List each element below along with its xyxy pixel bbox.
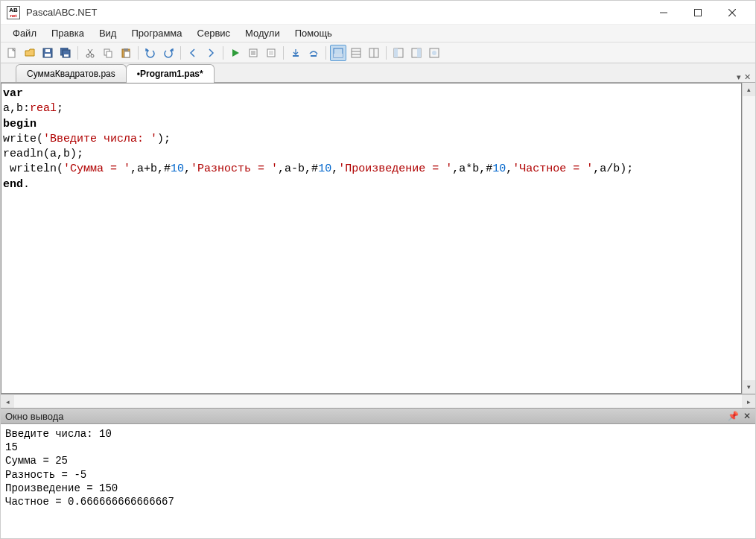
svg-rect-1 [695,9,702,16]
redo-icon[interactable] [160,45,177,61]
output-panel-title: Окно вывода [5,411,64,422]
scroll-right-icon[interactable]: ▸ [742,395,755,408]
output-panel[interactable]: Введите числа: 10 15 Сумма = 25 Разность… [1,424,755,539]
tab-close-icon[interactable]: ✕ [744,72,751,82]
tab-label: СуммаКвадратов.pas [27,69,115,79]
tab-summa-kvadratov[interactable]: СуммаКвадратов.pas [16,64,127,82]
separator [77,46,78,60]
menu-edit[interactable]: Правка [44,25,92,41]
menu-view[interactable]: Вид [92,25,124,41]
output-line: Произведение = 150 [5,482,118,494]
svg-point-40 [432,51,436,55]
svg-rect-18 [124,48,128,51]
window-title: PascalABC.NET [26,7,97,18]
tab-bar: СуммаКвадратов.pas •Program1.pas* ▾ ✕ [1,63,755,83]
run-icon[interactable] [227,45,244,61]
tab-label: •Program1.pas* [137,69,203,79]
menu-service[interactable]: Сервис [190,25,238,41]
build-icon[interactable] [263,45,279,61]
vertical-scrollbar[interactable]: ▴ ▾ [742,83,755,394]
menu-modules[interactable]: Модули [238,25,288,41]
code-editor[interactable]: var a,b:real; begin write('Введите числа… [1,83,742,394]
svg-rect-38 [417,48,421,57]
separator [223,46,223,60]
menu-program[interactable]: Программа [124,25,189,41]
step-into-icon[interactable] [288,45,304,61]
app-icon: ABnet [7,6,20,19]
svg-rect-27 [311,55,317,57]
output-line: Разность = -5 [5,469,86,481]
output-line: Сумма = 25 [5,455,68,467]
compile-icon[interactable] [245,45,261,61]
menu-file[interactable]: Файл [5,25,44,41]
scroll-left-icon[interactable]: ◂ [1,395,14,408]
output-panel-header: Окно вывода 📌 ✕ [1,408,755,424]
svg-rect-26 [293,55,299,57]
copy-icon[interactable] [100,45,116,61]
svg-rect-25 [269,51,273,55]
scroll-down-icon[interactable]: ▾ [743,380,755,394]
editor-area: var a,b:real; begin write('Введите числа… [1,83,755,394]
separator [180,46,181,60]
output-line: 15 [5,441,18,453]
separator [325,46,326,60]
minimize-button[interactable] [647,1,681,24]
menu-bar: Файл Правка Вид Программа Сервис Модули … [1,25,755,42]
title-bar: ABnet PascalABC.NET [1,1,755,25]
scroll-up-icon[interactable]: ▴ [743,83,755,96]
scroll-track[interactable] [743,96,755,380]
toolbar [1,42,755,63]
save-all-icon[interactable] [57,45,74,61]
svg-rect-16 [107,51,112,57]
step-over-icon[interactable] [305,45,322,61]
tab-dropdown-icon[interactable]: ▾ [737,72,741,82]
svg-rect-19 [124,51,130,57]
horizontal-scrollbar[interactable]: ◂ ▸ [1,394,755,408]
save-icon[interactable] [39,45,56,61]
svg-rect-7 [45,49,50,52]
separator [283,46,284,60]
maximize-button[interactable] [681,1,715,24]
output-line: Введите числа: 10 [5,428,112,440]
cut-icon[interactable] [82,45,98,61]
close-panel-icon[interactable]: ✕ [743,411,751,421]
panel5-icon[interactable] [408,45,425,61]
new-file-icon[interactable] [4,45,20,61]
undo-icon[interactable] [142,45,159,61]
nav-back-icon[interactable] [185,45,201,61]
svg-rect-6 [45,54,51,57]
svg-rect-10 [64,54,69,57]
panel4-icon[interactable] [390,45,407,61]
pin-icon[interactable]: 📌 [728,411,739,421]
paste-icon[interactable] [118,45,134,61]
output-panel-icon[interactable] [330,45,346,61]
svg-rect-29 [334,54,343,57]
open-file-icon[interactable] [22,45,38,61]
close-button[interactable] [715,1,749,24]
scroll-track[interactable] [14,395,742,408]
menu-help[interactable]: Помощь [288,25,340,41]
separator [138,46,139,60]
svg-rect-36 [394,48,398,57]
separator [386,46,387,60]
svg-rect-30 [352,48,360,57]
panel6-icon[interactable] [426,45,442,61]
tab-program1[interactable]: •Program1.pas* [126,64,215,83]
nav-forward-icon[interactable] [203,45,219,61]
output-line: Частное = 0.666666666666667 [5,496,174,508]
watch-panel-icon[interactable] [348,45,364,61]
locals-panel-icon[interactable] [366,45,382,61]
